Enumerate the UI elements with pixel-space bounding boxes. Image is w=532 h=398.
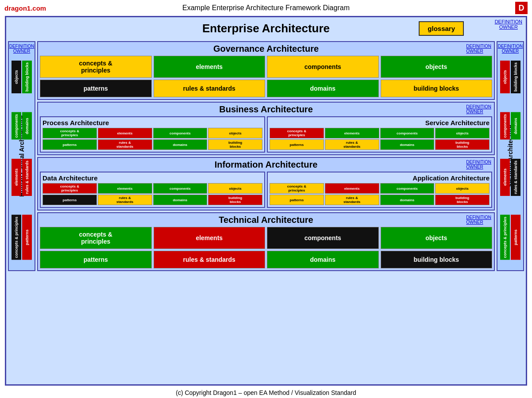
- gov-objects: objects: [381, 56, 493, 78]
- app-elements: elements: [325, 183, 379, 194]
- business-title: Business Architecture: [40, 104, 492, 115]
- left-row-3: elements rules & standards: [10, 159, 34, 196]
- right-row-2: components domains: [498, 112, 522, 140]
- left-elements: elements: [12, 159, 21, 196]
- app-title: Application Architecture: [270, 174, 490, 182]
- svc-domains: domains: [380, 139, 435, 150]
- left-domains: domains: [22, 112, 32, 140]
- tech-patterns: patterns: [40, 251, 152, 268]
- logo: dragon1.com: [4, 4, 46, 12]
- data-elements: elements: [98, 183, 152, 194]
- svc-concepts: concepts &principles: [270, 128, 324, 138]
- data-domains: domains: [153, 195, 208, 205]
- left-row-4: concepts & principles patterns: [10, 215, 34, 260]
- tech-rules: rules & standards: [154, 251, 266, 268]
- left-components: components: [12, 112, 21, 140]
- right-domains: domains: [511, 112, 520, 140]
- left-concepts: concepts & principles: [12, 215, 21, 260]
- process-title: Process Architecture: [42, 119, 262, 126]
- right-rules-standards: rules & standards: [511, 159, 520, 196]
- data-arch-block: Data Architecture concepts &principles e…: [40, 172, 265, 208]
- app-concepts: concepts &principles: [270, 183, 324, 194]
- svc-patterns: patterns: [270, 139, 324, 150]
- proc-concepts: concepts &principles: [42, 128, 97, 138]
- right-row-3: elements rules & standards: [498, 159, 522, 196]
- page-wrapper: dragon1.com Example Enterprise Architect…: [0, 0, 532, 398]
- business-block: Business Architecture DEFINITIONOWNER Pr…: [37, 102, 495, 155]
- process-grid: concepts &principles elements components…: [42, 128, 262, 150]
- data-patterns: patterns: [42, 195, 97, 205]
- left-building-blocks: building blocks: [22, 61, 32, 93]
- data-rules: rules &standards: [98, 195, 152, 205]
- tech-domains: domains: [267, 251, 379, 268]
- technical-title: Technical Architecture: [40, 215, 492, 225]
- data-building: buildingblocks: [208, 195, 262, 205]
- proc-components: components: [153, 128, 208, 138]
- governance-grid: concepts &principles elements components…: [40, 56, 492, 97]
- gov-elements: elements: [154, 56, 266, 78]
- data-components: components: [153, 183, 208, 194]
- app-components: components: [380, 183, 435, 194]
- gov-building-blocks: building blocks: [381, 80, 493, 97]
- process-arch-block: Process Architecture concepts &principle…: [40, 116, 265, 153]
- svc-elements: elements: [325, 128, 379, 138]
- data-concepts: concepts &principles: [42, 183, 97, 194]
- service-grid: concepts &principles elements components…: [270, 128, 490, 150]
- data-objects: objects: [208, 183, 262, 194]
- right-row-1: objects building blocks: [498, 61, 522, 93]
- data-title: Data Architecture: [42, 174, 262, 182]
- app-building: buildingblocks: [435, 195, 490, 205]
- business-def-owner: DEFINITIONOWNER: [466, 104, 491, 114]
- center-area: Governance Architecture DEFINITIONOWNER …: [36, 39, 496, 273]
- right-patterns: patterns: [511, 215, 520, 260]
- tech-elements: elements: [154, 227, 266, 249]
- gov-components: components: [267, 56, 379, 78]
- def-owner-top-right: DEFINITIONOWNER: [495, 19, 522, 30]
- page-header: dragon1.com Example Enterprise Architect…: [0, 0, 532, 16]
- app-rules: rules &standards: [325, 195, 379, 205]
- proc-building: buildingblocks: [208, 139, 262, 150]
- governance-def-owner: DEFINITIONOWNER: [466, 44, 491, 54]
- copyright-text: (c) Copyright Dragon1 – open EA Method /…: [176, 389, 356, 396]
- information-block: Information Architecture DEFINITIONOWNER…: [37, 157, 495, 210]
- proc-patterns: patterns: [42, 139, 97, 150]
- information-title: Information Architecture: [40, 160, 492, 170]
- proc-objects: objects: [208, 128, 262, 138]
- dragon-logo: D: [515, 2, 528, 14]
- tech-components: components: [267, 227, 379, 249]
- tech-building-blocks: building blocks: [381, 251, 493, 268]
- right-concepts: concepts & principles: [500, 215, 510, 260]
- app-patterns: patterns: [270, 195, 324, 205]
- business-row: Process Architecture concepts &principle…: [40, 116, 492, 153]
- glossary-button[interactable]: glossary: [419, 21, 464, 36]
- ea-title: Enterprise Architecture: [202, 22, 330, 35]
- gov-domains: domains: [267, 80, 379, 97]
- service-arch-block: Service Architecture concepts &principle…: [267, 116, 492, 153]
- right-sidebar-boxes: objects building blocks components domai…: [498, 52, 522, 268]
- footer: (c) Copyright Dragon1 – open EA Method /…: [0, 387, 532, 398]
- information-row: Data Architecture concepts &principles e…: [40, 172, 492, 208]
- right-row-4: concepts & principles patterns: [498, 215, 522, 260]
- governance-block: Governance Architecture DEFINITIONOWNER …: [37, 41, 495, 100]
- left-row-2: components domains: [10, 112, 34, 140]
- left-sidebar-boxes: objects building blocks components domai…: [10, 52, 34, 268]
- svc-rules: rules &standards: [325, 139, 379, 150]
- technical-def-owner: DEFINITIONOWNER: [466, 215, 491, 225]
- technical-block: Technical Architecture DEFINITIONOWNER c…: [37, 212, 495, 271]
- app-grid: concepts &principles elements components…: [270, 183, 490, 205]
- app-objects: objects: [435, 183, 490, 194]
- main-diagram: Enterprise Architecture glossary DEFINIT…: [5, 16, 527, 386]
- svc-components: components: [380, 128, 435, 138]
- gov-concepts: concepts &principles: [40, 56, 152, 78]
- tech-objects: objects: [381, 227, 493, 249]
- left-row-1: objects building blocks: [10, 61, 34, 93]
- right-objects: objects: [500, 61, 510, 93]
- app-arch-block: Application Architecture concepts &princ…: [267, 172, 492, 208]
- page-title: Example Enterprise Architecture Framewor…: [182, 4, 350, 12]
- gov-patterns: patterns: [40, 80, 152, 97]
- ea-header: Enterprise Architecture glossary DEFINIT…: [6, 17, 526, 39]
- left-patterns: patterns: [22, 215, 32, 260]
- app-domains: domains: [380, 195, 435, 205]
- right-components: components: [500, 112, 510, 140]
- tech-concepts: concepts &principles: [40, 227, 152, 249]
